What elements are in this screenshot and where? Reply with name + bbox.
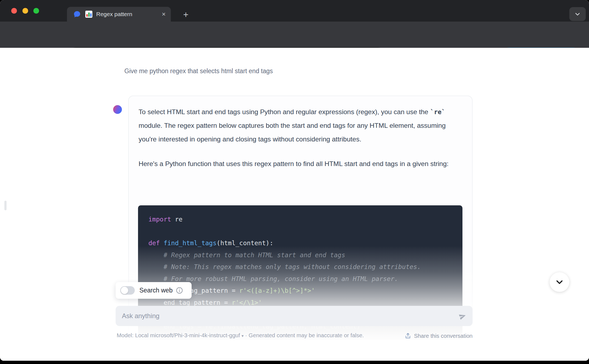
- scroll-to-bottom-button[interactable]: [550, 272, 569, 292]
- tab-strip: Regex pattern × +: [0, 0, 589, 22]
- chevron-down-icon: [555, 277, 564, 287]
- share-upload-icon: [405, 332, 411, 339]
- tab-title: Regex pattern: [96, 11, 159, 17]
- chat-bubble-icon: [73, 10, 81, 18]
- browser-window: Regex pattern × +: [0, 0, 589, 361]
- conversation-footer: Model: Local microsoft/Phi-3-mini-4k-ins…: [117, 331, 473, 340]
- search-web-toggle-pill: Search web: [116, 282, 192, 299]
- site-favicon-icon: [85, 11, 92, 18]
- close-window-button[interactable]: [11, 8, 17, 14]
- tab-close-icon[interactable]: ×: [159, 9, 169, 19]
- minimize-window-button[interactable]: [22, 8, 28, 14]
- inline-code-re: `re`: [430, 108, 445, 116]
- tab-regex-pattern[interactable]: Regex pattern ×: [67, 7, 171, 22]
- assistant-paragraph-1: To select HTML start and end tags using …: [139, 105, 464, 146]
- assistant-paragraph-2: Here's a Python function that uses this …: [139, 157, 464, 171]
- tab-search-button[interactable]: [569, 7, 586, 21]
- send-plane-icon: [458, 311, 468, 321]
- ask-anything-input[interactable]: [116, 306, 473, 326]
- share-label: Share this conversation: [414, 333, 473, 339]
- search-web-label: Search web: [139, 287, 172, 294]
- zoom-window-button[interactable]: [33, 8, 39, 14]
- search-web-info-icon[interactable]: [176, 287, 183, 294]
- scrollbar-handle[interactable]: [4, 201, 7, 210]
- share-conversation-button[interactable]: Share this conversation: [405, 332, 473, 339]
- user-message: Give me python regex that selects html s…: [124, 67, 273, 75]
- chevron-down-icon: [574, 11, 581, 18]
- send-button[interactable]: [457, 310, 468, 322]
- new-tab-button[interactable]: +: [180, 9, 191, 20]
- model-selector[interactable]: Model: Local microsoft/Phi-3-mini-4k-ins…: [117, 331, 364, 340]
- bottom-fade-overlay: [0, 246, 589, 361]
- assistant-avatar: [113, 105, 122, 114]
- browser-toolbar: localhost:5173/conversation/665727c45da9…: [0, 22, 589, 48]
- search-web-toggle[interactable]: [120, 286, 135, 295]
- chat-page: Give me python regex that selects html s…: [0, 48, 589, 361]
